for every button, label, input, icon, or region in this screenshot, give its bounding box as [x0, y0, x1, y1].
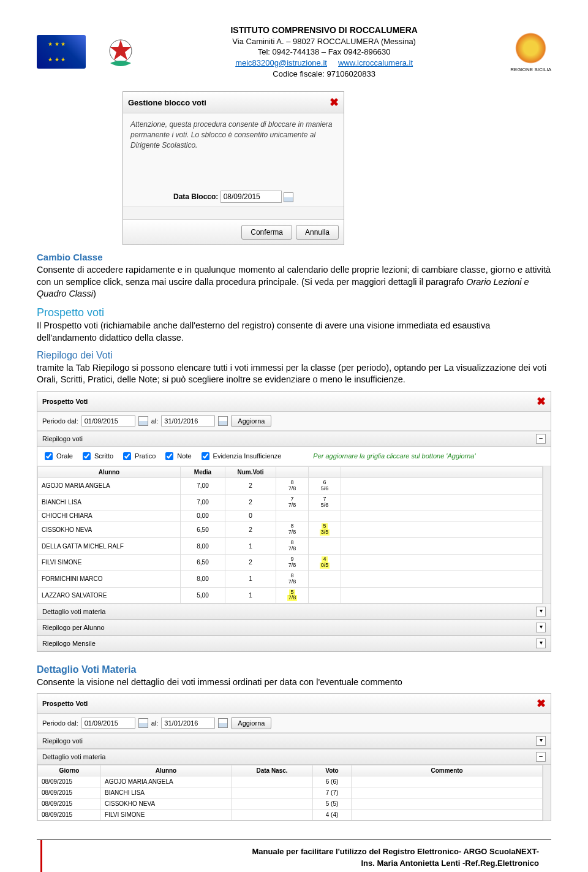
expand-icon[interactable]: ▾ — [536, 639, 546, 648]
scrollbar[interactable] — [543, 765, 551, 821]
school-title: ISTITUTO COMPRENSIVO DI ROCCALUMERA — [230, 25, 417, 36]
dialog-body-text: Attenzione, questa procedura consente di… — [123, 113, 344, 187]
close-icon[interactable]: ✖ — [330, 96, 339, 109]
school-address: Via Caminiti A. – 98027 ROCCALUMERA (Mes… — [230, 36, 417, 47]
filter-pratico[interactable]: Pratico — [121, 450, 156, 462]
voti-table: Alunno Media Num.Voti AGOJO MARIA ANGELA… — [37, 466, 543, 604]
filter-scritto[interactable]: Scritto — [80, 450, 113, 462]
regione-label: REGIONE SICILIA — [510, 67, 551, 72]
trinacria-icon — [514, 31, 548, 65]
eu-flag-icon — [37, 35, 86, 69]
table-row[interactable]: CISSOKHO NEVA6,50287/853/5 — [38, 521, 543, 538]
table-row[interactable]: CHIOCHI CHIARA0,000 — [38, 510, 543, 521]
expand-icon[interactable]: ▾ — [536, 736, 546, 746]
col-media: Media — [181, 466, 225, 477]
conferma-button[interactable]: Conferma — [241, 225, 292, 240]
table-row[interactable]: BIANCHI LISA7,00277/875/6 — [38, 494, 543, 510]
data-blocco-input[interactable] — [221, 191, 282, 203]
col-data-nasc: Data Nasc. — [232, 765, 313, 776]
table-row[interactable]: FORMICHINI MARCO8,00187/8 — [38, 571, 543, 587]
footer-manual-line2: Ins. Maria Antonietta Lenti -Ref.Reg.Ele… — [361, 859, 539, 868]
periodo-dal-input[interactable] — [81, 415, 135, 427]
col-alunno: Alunno — [101, 765, 232, 776]
table-row[interactable]: LAZZARO SALVATORE5,00157/8 — [38, 587, 543, 604]
table-row[interactable]: FILVI SIMONE6,50297/840/5 — [38, 554, 543, 571]
dettaglio-table: Giorno Alunno Data Nasc. Voto Commento 0… — [37, 765, 543, 821]
window-title: Prospetto Voti — [42, 700, 88, 707]
calendar-icon[interactable] — [218, 416, 228, 426]
annulla-button[interactable]: Annulla — [296, 225, 339, 240]
periodo-dal-label: Periodo dal: — [42, 417, 78, 425]
periodo-dal-input[interactable] — [81, 718, 135, 729]
calendar-icon[interactable] — [138, 416, 148, 426]
dettaglio-voti-materia-section[interactable]: Dettaglio voti materia — [42, 608, 105, 615]
document-header: ISTITUTO COMPRENSIVO DI ROCCALUMERA Via … — [37, 25, 551, 79]
calendar-icon[interactable] — [138, 718, 148, 728]
col-commento: Commento — [352, 765, 543, 776]
hint-text: Per aggiornare la griglia cliccare sul b… — [313, 452, 475, 460]
cambio-classe-heading: Cambio Classe — [37, 252, 103, 262]
dettaglio-voti-heading: Dettaglio Voti Materia — [37, 664, 136, 675]
italy-emblem-icon — [104, 34, 138, 70]
periodo-al-label: al: — [151, 719, 159, 727]
data-blocco-label: Data Blocco: — [173, 192, 218, 201]
footer: Manuale per facilitare l'utilizzo del Re… — [37, 840, 551, 872]
school-cf: Codice fiscale: 97106020833 — [230, 69, 417, 80]
collapse-icon[interactable]: – — [536, 752, 546, 762]
scrollbar[interactable] — [543, 466, 551, 604]
table-row[interactable]: 08/09/2015BIANCHI LISA7 (7) — [38, 787, 543, 798]
riepilogo-voti-body: tramite la Tab Riepilogo si possono elen… — [37, 363, 546, 385]
expand-icon[interactable]: ▾ — [536, 623, 546, 632]
table-row[interactable]: DELLA GATTA MICHEL RALF8,00187/8 — [38, 538, 543, 555]
col-giorno: Giorno — [38, 765, 101, 776]
table-row[interactable]: 08/09/2015FILVI SIMONE4 (4) — [38, 809, 543, 821]
filter-orale[interactable]: Orale — [42, 450, 73, 462]
sicilia-logo: REGIONE SICILIA — [510, 31, 551, 72]
riepilogo-voti-section[interactable]: Riepilogo voti — [42, 435, 83, 442]
col-voto: Voto — [313, 765, 352, 776]
prospetto-voti-body: Il Prospetto voti (richiamabile anche da… — [37, 320, 490, 343]
expand-icon[interactable]: ▾ — [536, 607, 546, 616]
riepilogo-voti-heading: Riepilogo dei Voti — [37, 350, 113, 360]
aggiorna-button[interactable]: Aggiorna — [231, 415, 271, 427]
col-numvoti: Num.Voti — [225, 466, 276, 477]
table-row[interactable]: 08/09/2015AGOJO MARIA ANGELA6 (6) — [38, 776, 543, 787]
collapse-icon[interactable]: – — [536, 434, 546, 444]
periodo-al-input[interactable] — [161, 415, 215, 427]
dettaglio-voti-materia-section[interactable]: Dettaglio voti materia — [42, 753, 105, 760]
filter-note[interactable]: Note — [163, 450, 191, 462]
calendar-icon[interactable] — [218, 718, 228, 728]
prospetto-voti-heading: Prospetto voti — [37, 306, 104, 319]
close-icon[interactable]: ✖ — [537, 697, 546, 710]
school-site[interactable]: www.icroccalumera.it — [338, 58, 413, 67]
prospetto-voti-window-1: Prospetto Voti ✖ Periodo dal: al: Aggior… — [37, 391, 551, 652]
window-title: Prospetto Voti — [42, 398, 88, 405]
filter-evidenzia[interactable]: Evidenzia Insufficienze — [199, 450, 282, 462]
table-row[interactable]: 08/09/2015CISSOKHO NEVA5 (5) — [38, 798, 543, 809]
prospetto-voti-window-2: Prospetto Voti ✖ Periodo dal: al: Aggior… — [37, 693, 551, 821]
blocco-voti-dialog: Gestione blocco voti ✖ Attenzione, quest… — [123, 91, 344, 245]
dettaglio-voti-body: Consente la visione nel dettaglio dei vo… — [37, 677, 402, 687]
close-icon[interactable]: ✖ — [537, 395, 546, 408]
school-tel: Tel: 0942-744138 – Fax 0942-896630 — [230, 47, 417, 58]
dialog-title: Gestione blocco voti — [128, 98, 206, 107]
riepilogo-voti-section[interactable]: Riepilogo voti — [42, 737, 83, 745]
periodo-al-label: al: — [151, 417, 159, 425]
periodo-dal-label: Periodo dal: — [42, 719, 78, 727]
periodo-al-input[interactable] — [161, 718, 215, 729]
footer-manual-line1: Manuale per facilitare l'utilizzo del Re… — [252, 847, 539, 856]
riepilogo-mensile-section[interactable]: Riepilogo Mensile — [42, 640, 96, 647]
riepilogo-per-alunno-section[interactable]: Riepilogo per Alunno — [42, 624, 105, 631]
table-row[interactable]: AGOJO MARIA ANGELA7,00287/865/6 — [38, 477, 543, 494]
col-alunno: Alunno — [38, 466, 181, 477]
school-email[interactable]: meic83200g@istruzione.it — [235, 58, 327, 67]
calendar-icon[interactable] — [284, 192, 293, 202]
aggiorna-button[interactable]: Aggiorna — [231, 717, 271, 729]
